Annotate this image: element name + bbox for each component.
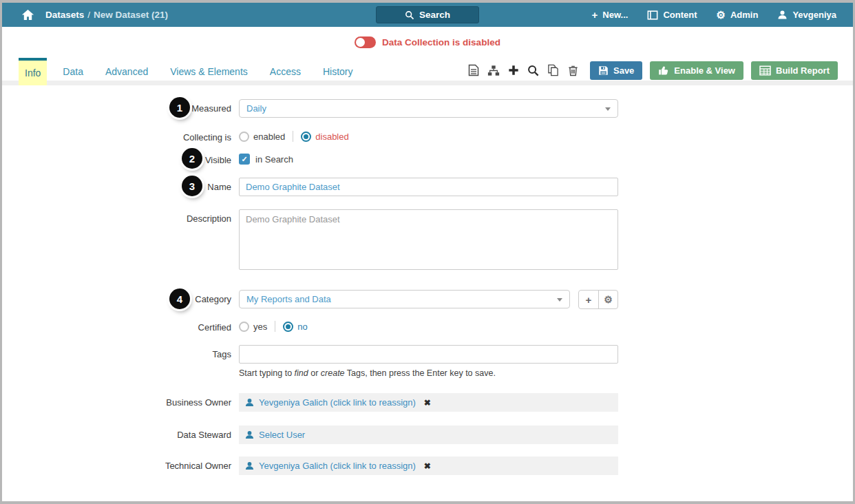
data-steward-label: Data Steward xyxy=(2,426,239,440)
helper-find: find xyxy=(295,368,308,378)
sitemap-icon xyxy=(487,65,500,76)
toggle-knob xyxy=(356,38,365,47)
helper-part: Start typing to xyxy=(239,368,295,378)
add-icon xyxy=(508,65,519,76)
helper-part: or xyxy=(308,368,321,378)
measured-select[interactable]: Daily xyxy=(239,99,618,118)
data-collection-status-text: Data Collection is disabled xyxy=(382,37,500,48)
admin-menu-button[interactable]: ⚙ Admin xyxy=(716,10,758,20)
tab-info-label: Info xyxy=(25,67,41,78)
tab-access-label: Access xyxy=(270,66,301,77)
data-steward-select-user-link[interactable]: Select User xyxy=(259,430,305,440)
breadcrumb-separator: / xyxy=(87,10,90,20)
tags-row: Tags Start typing to find or create Tags… xyxy=(2,345,853,378)
visible-row: 2 Visible ✓ in Search xyxy=(2,152,853,165)
home-button[interactable] xyxy=(21,8,34,21)
save-button[interactable]: Save xyxy=(590,61,642,80)
top-navigation-bar: Datasets / New Dataset (21) Search + New… xyxy=(2,3,853,27)
category-select[interactable]: My Reports and Data xyxy=(239,290,570,308)
search-element-button[interactable] xyxy=(527,63,540,77)
search-button[interactable]: Search xyxy=(376,6,479,23)
technical-owner-field: Yevgeniya Galich (click link to reassign… xyxy=(239,456,618,475)
business-owner-label: Business Owner xyxy=(2,393,239,408)
data-steward-row: Data Steward Select User xyxy=(2,426,853,444)
build-report-button-label: Build Report xyxy=(776,65,830,76)
save-icon xyxy=(598,65,609,76)
gear-icon: ⚙ xyxy=(604,294,613,305)
view-details-button[interactable] xyxy=(467,63,481,77)
name-input[interactable] xyxy=(239,178,618,196)
tab-data[interactable]: Data xyxy=(56,58,89,85)
name-row: 3 Name xyxy=(2,178,853,196)
certified-yes-radio[interactable] xyxy=(239,322,249,332)
admin-menu-label: Admin xyxy=(730,10,758,20)
category-row: 4 Category My Reports and Data + ⚙ xyxy=(2,290,853,309)
breadcrumb-section[interactable]: Datasets xyxy=(45,10,84,20)
app-window: Datasets / New Dataset (21) Search + New… xyxy=(0,0,855,504)
collecting-enabled-label[interactable]: enabled xyxy=(253,132,285,142)
tab-views-elements[interactable]: Views & Elements xyxy=(164,58,254,85)
business-owner-name: Yevgeniya Galich xyxy=(259,397,328,408)
user-icon xyxy=(777,10,788,20)
collecting-disabled-radio[interactable] xyxy=(301,132,311,142)
data-collection-banner: Data Collection is disabled xyxy=(2,27,853,58)
business-owner-link[interactable]: Yevgeniya Galich (click link to reassign… xyxy=(259,397,416,408)
add-category-button[interactable]: + xyxy=(579,291,598,308)
gear-icon: ⚙ xyxy=(716,10,725,20)
enable-view-button-label: Enable & View xyxy=(674,65,735,76)
certified-no-radio[interactable] xyxy=(283,322,293,332)
save-button-label: Save xyxy=(613,65,634,76)
duplicate-button[interactable] xyxy=(547,63,560,77)
description-row: Description Demo Graphite Dataset xyxy=(2,209,853,272)
lineage-button[interactable] xyxy=(487,63,500,77)
plus-icon: + xyxy=(586,294,592,306)
data-collection-toggle[interactable] xyxy=(355,36,376,48)
build-report-button[interactable]: Build Report xyxy=(751,61,838,80)
thumbs-up-icon xyxy=(658,65,669,76)
tags-input[interactable] xyxy=(239,345,618,364)
content-menu-button[interactable]: Content xyxy=(647,10,697,21)
certified-no-label[interactable]: no xyxy=(297,322,307,332)
enable-view-button[interactable]: Enable & View xyxy=(650,61,743,80)
certified-label: Certified xyxy=(2,319,239,333)
visible-in-search-checkbox[interactable]: ✓ xyxy=(239,154,250,165)
content-menu-label: Content xyxy=(663,10,697,20)
business-owner-field: Yevgeniya Galich (click link to reassign… xyxy=(239,393,618,412)
option-divider xyxy=(293,131,293,142)
tab-bar: Info Data Advanced Views & Elements Acce… xyxy=(2,58,853,85)
content-icon xyxy=(647,10,658,21)
file-text-icon xyxy=(468,64,479,76)
plus-icon: + xyxy=(592,10,598,20)
breadcrumb-page: New Dataset (21) xyxy=(94,10,168,20)
tab-history[interactable]: History xyxy=(317,58,359,85)
visible-in-search-label[interactable]: in Search xyxy=(255,154,293,165)
helper-part: Tags, then press the Enter key to save. xyxy=(345,368,496,378)
remove-technical-owner-button[interactable]: ✖ xyxy=(424,461,431,471)
trash-icon xyxy=(568,65,578,76)
tab-advanced[interactable]: Advanced xyxy=(99,58,154,85)
user-menu-button[interactable]: Yevgeniya xyxy=(777,10,836,20)
description-textarea[interactable]: Demo Graphite Dataset xyxy=(239,209,618,270)
top-nav-links: + New... Content ⚙ Admin Yevgeniya xyxy=(592,10,836,21)
tab-access[interactable]: Access xyxy=(264,58,307,85)
measured-row: 1 Measured Daily xyxy=(2,99,853,118)
new-menu-button[interactable]: + New... xyxy=(592,10,629,20)
step-badge-2: 2 xyxy=(182,148,202,169)
certified-yes-label[interactable]: yes xyxy=(253,322,267,332)
manage-categories-button[interactable]: ⚙ xyxy=(598,291,618,308)
delete-button[interactable] xyxy=(567,63,580,77)
tab-history-label: History xyxy=(323,66,353,77)
copy-icon xyxy=(547,64,559,76)
technical-owner-link[interactable]: Yevgeniya Galich (click link to reassign… xyxy=(259,461,416,471)
measured-label: Measured xyxy=(2,99,239,114)
tab-info[interactable]: Info xyxy=(19,58,47,85)
data-steward-field: Select User xyxy=(239,426,618,444)
remove-business-owner-button[interactable]: ✖ xyxy=(424,398,431,408)
add-button[interactable] xyxy=(507,63,520,77)
collecting-disabled-label[interactable]: disabled xyxy=(315,132,348,142)
report-table-icon xyxy=(759,65,771,76)
checkmark-icon: ✓ xyxy=(241,155,247,164)
collecting-enabled-radio[interactable] xyxy=(239,132,249,142)
visible-label: Visible xyxy=(2,152,239,165)
technical-owner-label: Technical Owner xyxy=(2,456,239,471)
